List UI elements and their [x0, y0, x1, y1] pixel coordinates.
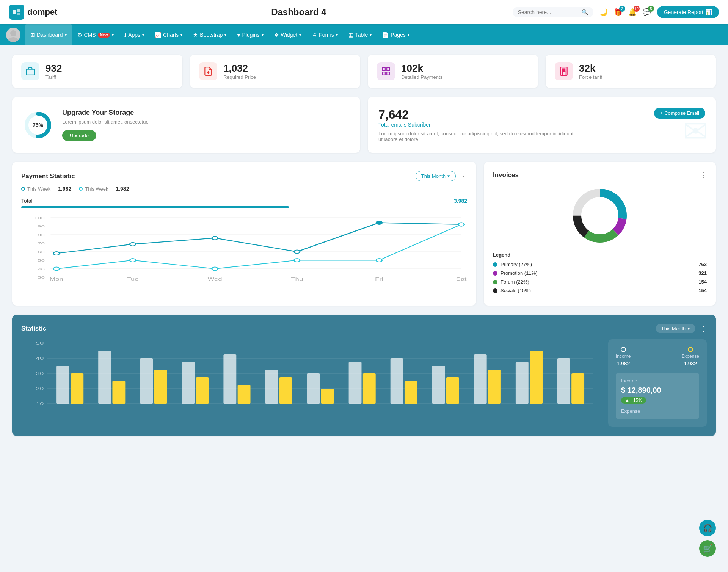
svg-text:40: 40 [38, 266, 45, 271]
upgrade-button[interactable]: Upgrade [62, 130, 96, 141]
svg-rect-71 [71, 373, 83, 404]
svg-text:50: 50 [38, 258, 45, 262]
svg-rect-84 [349, 362, 362, 404]
svg-point-40 [294, 250, 300, 254]
statistic-card: Statistic This Month ▾ ⋮ 50 [12, 315, 716, 436]
bell-button[interactable]: 🔔12 [628, 8, 637, 16]
nav-apps[interactable]: ℹ Apps ▾ [119, 24, 149, 45]
nav-cms[interactable]: ⚙ CMS New ▾ [72, 24, 119, 45]
svg-point-39 [212, 237, 218, 240]
svg-text:80: 80 [38, 232, 45, 237]
svg-text:30: 30 [38, 275, 45, 279]
tariff-label: Tariff [46, 74, 62, 80]
svg-rect-82 [307, 373, 320, 404]
statistic-chart: 50 40 30 20 10 [21, 339, 599, 423]
forum-color [493, 280, 497, 284]
chevron-down-icon: ▾ [447, 173, 450, 179]
statistic-month-button[interactable]: This Month ▾ [656, 324, 695, 333]
moon-icon[interactable]: 🌙 [599, 8, 608, 16]
nav-widget[interactable]: ❖ Widget ▾ [269, 24, 307, 45]
svg-rect-1 [17, 9, 20, 12]
nav-table[interactable]: ▦ Table ▾ [343, 24, 377, 45]
email-watermark-icon: ✉ [683, 114, 708, 149]
expense-value: 1.982 [684, 360, 697, 367]
logo-text: dompet [27, 7, 57, 17]
storage-title: Upgrade Your Storage [62, 109, 149, 117]
invoices-card: Invoices ⋮ Legend [484, 162, 716, 306]
payment-header-right: This Month ▾ ⋮ [416, 171, 467, 181]
stat-bottom: 50 40 30 20 10 [21, 339, 707, 427]
payment-invoices-section: Payment Statistic This Month ▾ ⋮ This We… [12, 162, 716, 306]
income-box: Income $ 12,890,00 ▲ +15% Expense [616, 373, 699, 419]
income-legend-dot [621, 347, 626, 352]
force-label: Force tariff [579, 74, 602, 80]
search-box: 🔍 [513, 7, 593, 17]
stat-card-force: 32k Force tariff [546, 55, 716, 88]
promotion-color [493, 271, 497, 276]
statistic-header: Statistic This Month ▾ ⋮ [21, 324, 707, 333]
svg-rect-86 [391, 358, 403, 404]
svg-rect-76 [182, 362, 195, 404]
svg-rect-85 [363, 373, 376, 404]
legend-entry-primary: Primary (27%) 763 [493, 262, 707, 267]
forms-icon: 🖨 [312, 32, 317, 38]
briefcase-icon [21, 62, 39, 80]
svg-rect-16 [563, 69, 563, 70]
svg-rect-83 [321, 389, 334, 404]
svg-rect-17 [564, 69, 565, 70]
chevron-down-icon: ▾ [112, 33, 114, 37]
svg-rect-72 [98, 351, 111, 404]
building-icon [555, 62, 573, 80]
svg-rect-9 [382, 67, 385, 71]
invoices-menu-button[interactable]: ⋮ [700, 171, 707, 179]
income-amount: $ 12,890,00 [621, 386, 694, 395]
stat-cards-grid: 932 Tariff 1,032 Required Price 102k Det… [12, 55, 716, 88]
svg-rect-77 [196, 377, 209, 404]
legend-entry-promotion: Promotion (11%) 321 [493, 270, 707, 276]
chevron-down-icon: ▾ [142, 33, 144, 37]
legend-entry-socials: Socials (15%) 154 [493, 288, 707, 293]
svg-point-45 [212, 267, 218, 271]
nav-plugins[interactable]: ♥ Plugins ▾ [232, 24, 268, 45]
search-icon[interactable]: 🔍 [582, 9, 588, 15]
chevron-down-icon: ▾ [370, 33, 372, 37]
svg-rect-93 [530, 351, 543, 404]
stat-card-tariff: 932 Tariff [12, 55, 182, 88]
svg-text:Sat: Sat [456, 277, 467, 282]
legend-title: Legend [493, 252, 707, 258]
income-box-label: Income [621, 378, 694, 384]
svg-rect-10 [387, 67, 390, 71]
svg-rect-2 [17, 13, 20, 15]
nav-forms[interactable]: 🖨 Forms ▾ [306, 24, 343, 45]
storage-info: Upgrade Your Storage Lorem ipsum dolor s… [62, 109, 149, 141]
svg-rect-11 [382, 72, 385, 75]
price-label: Required Price [223, 74, 256, 80]
logo-icon [9, 5, 24, 20]
nav-dashboard[interactable]: ⊞ Dashboard ▾ [25, 24, 72, 45]
search-input[interactable] [518, 9, 579, 15]
pages-icon: 📄 [382, 32, 389, 38]
chat-button[interactable]: 💬5 [643, 8, 651, 16]
payments-value: 102k [401, 63, 442, 74]
price-value: 1,032 [223, 63, 256, 74]
nav-pages[interactable]: 📄 Pages ▾ [377, 24, 415, 45]
svg-text:40: 40 [36, 356, 44, 360]
payment-legend: This Week 1.982 This Week 1.982 [21, 186, 467, 192]
bell-badge: 12 [634, 6, 640, 12]
storage-percent: 75% [33, 122, 43, 128]
legend-item-1: This Week [21, 186, 50, 192]
svg-rect-19 [564, 71, 565, 71]
svg-rect-78 [223, 354, 236, 404]
statistic-menu-button[interactable]: ⋮ [700, 324, 707, 333]
chevron-down-icon: ▾ [408, 33, 410, 37]
nav-charts[interactable]: 📈 Charts ▾ [149, 24, 188, 45]
svg-rect-94 [557, 358, 570, 404]
nav-bootstrap[interactable]: ★ Bootstrap ▾ [188, 24, 232, 45]
this-month-button[interactable]: This Month ▾ [416, 171, 456, 181]
payment-menu-button[interactable]: ⋮ [460, 172, 467, 180]
svg-rect-80 [265, 370, 278, 404]
gift-button[interactable]: 🎁2 [614, 8, 622, 16]
generate-report-button[interactable]: Generate Report 📊 [657, 6, 719, 18]
bar-chart-container: 50 40 30 20 10 [21, 339, 599, 427]
invoices-header: Invoices ⋮ [493, 171, 707, 179]
